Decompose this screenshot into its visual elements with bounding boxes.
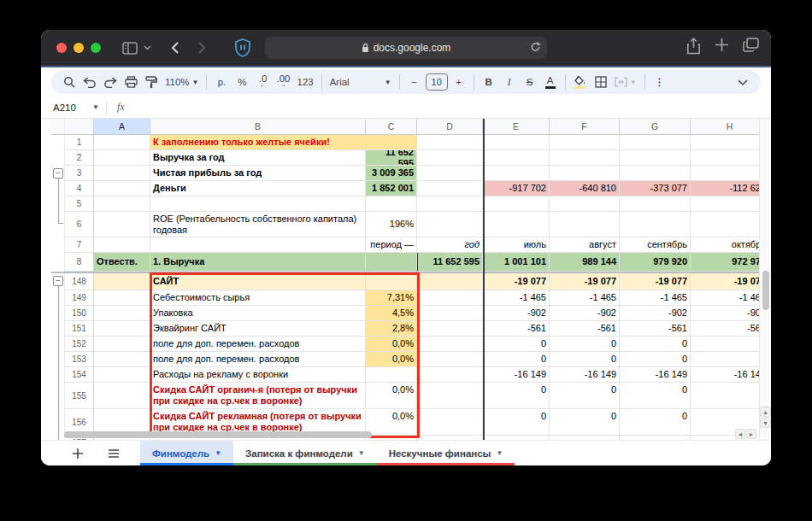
- cell-G157[interactable]: [620, 436, 691, 440]
- cell-D149[interactable]: [417, 290, 483, 306]
- cell-E8[interactable]: 1 001 101: [483, 253, 550, 272]
- cell-H7[interactable]: октябрь: [691, 237, 769, 253]
- cell-B4[interactable]: Деньги: [150, 181, 366, 196]
- cell-H157[interactable]: [691, 436, 769, 440]
- cell-F153[interactable]: 0: [550, 352, 620, 367]
- cell-C155[interactable]: 0,0%: [366, 383, 417, 409]
- cell-H154[interactable]: -16 149: [691, 367, 769, 383]
- text-color-button[interactable]: A: [541, 73, 560, 91]
- sidebar-icon[interactable]: [120, 38, 140, 58]
- horizontal-scrollbar-thumb[interactable]: [64, 431, 372, 438]
- zoom-select[interactable]: 110%▼: [162, 73, 201, 91]
- vertical-scrollbar[interactable]: ▲ ▼: [759, 119, 771, 440]
- cell-F152[interactable]: 0: [550, 337, 620, 352]
- merge-cells-icon[interactable]: ▼: [612, 73, 639, 91]
- font-size-input[interactable]: 10: [426, 73, 448, 91]
- cell-A149[interactable]: [94, 290, 150, 306]
- all-sheets-icon[interactable]: [104, 444, 123, 463]
- cell-B151[interactable]: Эквайринг САЙТ: [150, 321, 366, 337]
- cell-H156[interactable]: 0: [691, 409, 769, 436]
- cell-G148[interactable]: -19 077: [620, 273, 691, 290]
- cell-C154[interactable]: [366, 367, 417, 383]
- redo-icon[interactable]: [101, 73, 120, 91]
- cell-H3[interactable]: [691, 166, 769, 181]
- add-sheet-icon[interactable]: [68, 444, 87, 463]
- percent-format-button[interactable]: %: [232, 73, 251, 91]
- cell-G154[interactable]: -16 149: [620, 367, 691, 383]
- cell-G4[interactable]: -373 077: [620, 181, 691, 196]
- cell-E157[interactable]: [483, 436, 550, 440]
- cell-A6[interactable]: [94, 212, 150, 237]
- paint-format-icon[interactable]: [142, 73, 161, 91]
- cell-G3[interactable]: [620, 166, 691, 181]
- cell-F155[interactable]: 0: [550, 383, 620, 409]
- cell-A5[interactable]: [94, 196, 150, 212]
- row-header-6[interactable]: 6: [65, 212, 94, 237]
- cell-G5[interactable]: [620, 196, 691, 212]
- row-header-155[interactable]: 155: [65, 383, 94, 409]
- cell-F154[interactable]: -16 149: [550, 367, 620, 383]
- row-header-4[interactable]: 4: [65, 181, 94, 196]
- vertical-scrollbar-thumb[interactable]: [762, 271, 769, 310]
- cell-C152[interactable]: 0,0%: [366, 337, 417, 352]
- cell-H5[interactable]: [691, 196, 769, 212]
- strikethrough-button[interactable]: S: [521, 73, 539, 91]
- cell-C153[interactable]: 0,0%: [366, 352, 417, 367]
- cell-B7[interactable]: [150, 237, 366, 253]
- cell-A1[interactable]: [94, 135, 150, 150]
- cell-F150[interactable]: -902: [550, 306, 620, 321]
- cell-E155[interactable]: 0: [483, 383, 550, 409]
- cell-C7[interactable]: период —: [366, 237, 417, 253]
- cell-B148[interactable]: САЙТ: [150, 273, 366, 290]
- scroll-up-arrow[interactable]: ▲: [760, 407, 771, 417]
- spreadsheet-grid[interactable]: ABCDEFGH1К заполнению только желтые ячей…: [41, 119, 771, 440]
- cell-H155[interactable]: 0: [691, 383, 769, 409]
- cell-G1[interactable]: [620, 135, 691, 150]
- cell-D8[interactable]: 11 652 595: [417, 253, 483, 272]
- row-header-2[interactable]: 2: [65, 150, 94, 166]
- cell-B152[interactable]: поле для доп. перемен. расходов: [150, 337, 366, 352]
- cell-C150[interactable]: 4,5%: [366, 306, 417, 321]
- corner-box[interactable]: [65, 119, 94, 135]
- row-header-154[interactable]: 154: [65, 367, 94, 383]
- undo-icon[interactable]: [80, 73, 99, 91]
- row-header-3[interactable]: 3: [65, 166, 94, 181]
- cell-D152[interactable]: [417, 337, 483, 352]
- cell-H149[interactable]: -1 465: [691, 290, 769, 306]
- cell-C1[interactable]: [366, 135, 417, 150]
- cell-B153[interactable]: поле для доп. перемен. расходов: [150, 352, 366, 367]
- cell-C4[interactable]: 1 852 001: [366, 181, 417, 196]
- share-icon[interactable]: [686, 38, 701, 58]
- cell-G156[interactable]: 0: [620, 409, 691, 436]
- number-format-button[interactable]: 123: [294, 73, 315, 91]
- cell-C5[interactable]: [366, 196, 417, 212]
- cell-F1[interactable]: [550, 135, 620, 150]
- content-blocker-shield-icon[interactable]: [232, 38, 253, 58]
- cell-H1[interactable]: [691, 135, 769, 150]
- cell-D6[interactable]: [417, 212, 483, 237]
- currency-format-button[interactable]: р.: [212, 73, 231, 91]
- cell-G149[interactable]: -1 465: [620, 290, 691, 306]
- sidebar-chevron-icon[interactable]: [140, 38, 154, 58]
- cell-G6[interactable]: [620, 212, 691, 237]
- cell-B154[interactable]: Расходы на рекламу с воронки: [150, 367, 366, 383]
- cell-E6[interactable]: [483, 212, 550, 237]
- cell-B2[interactable]: Выручка за год: [150, 150, 366, 166]
- cell-G2[interactable]: [620, 150, 691, 166]
- zoom-window-button[interactable]: [91, 43, 101, 53]
- cell-C3[interactable]: 3 009 365: [366, 166, 417, 181]
- row-header-151[interactable]: 151: [65, 321, 94, 337]
- cell-H6[interactable]: [691, 212, 769, 237]
- new-tab-icon[interactable]: [715, 38, 729, 58]
- cell-D5[interactable]: [417, 196, 483, 212]
- search-icon[interactable]: [60, 73, 79, 91]
- row-header-148[interactable]: 148: [65, 273, 94, 290]
- collapse-toolbar-icon[interactable]: [733, 73, 752, 91]
- cell-H152[interactable]: 0: [691, 337, 769, 352]
- cell-G152[interactable]: 0: [620, 337, 691, 352]
- cell-D7[interactable]: год: [417, 237, 483, 253]
- cell-C157[interactable]: [366, 436, 417, 440]
- cell-F8[interactable]: 989 144: [550, 253, 620, 272]
- cell-F148[interactable]: -19 077: [550, 273, 620, 290]
- row-header-150[interactable]: 150: [65, 306, 94, 321]
